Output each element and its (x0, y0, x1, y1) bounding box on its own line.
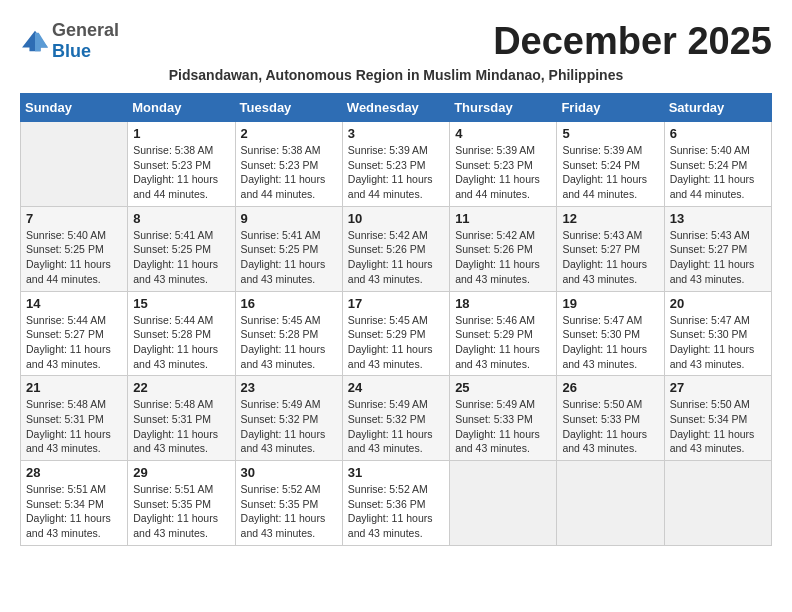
table-cell: 12Sunrise: 5:43 AM Sunset: 5:27 PM Dayli… (557, 206, 664, 291)
day-info: Sunrise: 5:49 AM Sunset: 5:32 PM Dayligh… (348, 397, 444, 456)
table-cell: 2Sunrise: 5:38 AM Sunset: 5:23 PM Daylig… (235, 122, 342, 207)
day-info: Sunrise: 5:41 AM Sunset: 5:25 PM Dayligh… (241, 228, 337, 287)
day-info: Sunrise: 5:45 AM Sunset: 5:28 PM Dayligh… (241, 313, 337, 372)
week-row-1: 1Sunrise: 5:38 AM Sunset: 5:23 PM Daylig… (21, 122, 772, 207)
table-cell: 14Sunrise: 5:44 AM Sunset: 5:27 PM Dayli… (21, 291, 128, 376)
day-number: 2 (241, 126, 337, 141)
header-row: Sunday Monday Tuesday Wednesday Thursday… (21, 94, 772, 122)
col-wednesday: Wednesday (342, 94, 449, 122)
day-number: 1 (133, 126, 229, 141)
day-number: 6 (670, 126, 766, 141)
logo-text: General Blue (52, 20, 119, 62)
header: General Blue December 2025 (20, 20, 772, 63)
day-info: Sunrise: 5:48 AM Sunset: 5:31 PM Dayligh… (133, 397, 229, 456)
table-cell: 13Sunrise: 5:43 AM Sunset: 5:27 PM Dayli… (664, 206, 771, 291)
table-cell: 18Sunrise: 5:46 AM Sunset: 5:29 PM Dayli… (450, 291, 557, 376)
table-cell: 19Sunrise: 5:47 AM Sunset: 5:30 PM Dayli… (557, 291, 664, 376)
table-cell (664, 461, 771, 546)
day-info: Sunrise: 5:39 AM Sunset: 5:24 PM Dayligh… (562, 143, 658, 202)
day-number: 7 (26, 211, 122, 226)
day-number: 24 (348, 380, 444, 395)
day-info: Sunrise: 5:52 AM Sunset: 5:35 PM Dayligh… (241, 482, 337, 541)
day-number: 26 (562, 380, 658, 395)
svg-marker-1 (35, 33, 48, 51)
day-number: 14 (26, 296, 122, 311)
table-cell (450, 461, 557, 546)
logo-general: General (52, 20, 119, 40)
day-info: Sunrise: 5:40 AM Sunset: 5:24 PM Dayligh… (670, 143, 766, 202)
table-cell: 29Sunrise: 5:51 AM Sunset: 5:35 PM Dayli… (128, 461, 235, 546)
day-info: Sunrise: 5:43 AM Sunset: 5:27 PM Dayligh… (562, 228, 658, 287)
table-cell: 5Sunrise: 5:39 AM Sunset: 5:24 PM Daylig… (557, 122, 664, 207)
day-number: 9 (241, 211, 337, 226)
table-cell: 26Sunrise: 5:50 AM Sunset: 5:33 PM Dayli… (557, 376, 664, 461)
logo-icon (20, 29, 50, 53)
table-cell: 28Sunrise: 5:51 AM Sunset: 5:34 PM Dayli… (21, 461, 128, 546)
table-cell: 30Sunrise: 5:52 AM Sunset: 5:35 PM Dayli… (235, 461, 342, 546)
table-cell: 25Sunrise: 5:49 AM Sunset: 5:33 PM Dayli… (450, 376, 557, 461)
table-cell: 7Sunrise: 5:40 AM Sunset: 5:25 PM Daylig… (21, 206, 128, 291)
day-info: Sunrise: 5:47 AM Sunset: 5:30 PM Dayligh… (670, 313, 766, 372)
day-info: Sunrise: 5:44 AM Sunset: 5:28 PM Dayligh… (133, 313, 229, 372)
col-saturday: Saturday (664, 94, 771, 122)
day-number: 3 (348, 126, 444, 141)
day-info: Sunrise: 5:46 AM Sunset: 5:29 PM Dayligh… (455, 313, 551, 372)
day-info: Sunrise: 5:39 AM Sunset: 5:23 PM Dayligh… (348, 143, 444, 202)
col-monday: Monday (128, 94, 235, 122)
table-cell: 6Sunrise: 5:40 AM Sunset: 5:24 PM Daylig… (664, 122, 771, 207)
table-cell (557, 461, 664, 546)
logo: General Blue (20, 20, 119, 62)
day-info: Sunrise: 5:52 AM Sunset: 5:36 PM Dayligh… (348, 482, 444, 541)
day-number: 31 (348, 465, 444, 480)
day-number: 30 (241, 465, 337, 480)
col-tuesday: Tuesday (235, 94, 342, 122)
table-cell: 15Sunrise: 5:44 AM Sunset: 5:28 PM Dayli… (128, 291, 235, 376)
day-info: Sunrise: 5:47 AM Sunset: 5:30 PM Dayligh… (562, 313, 658, 372)
subtitle: Pidsandawan, Autonomous Region in Muslim… (20, 67, 772, 83)
day-info: Sunrise: 5:40 AM Sunset: 5:25 PM Dayligh… (26, 228, 122, 287)
table-cell: 16Sunrise: 5:45 AM Sunset: 5:28 PM Dayli… (235, 291, 342, 376)
day-info: Sunrise: 5:49 AM Sunset: 5:32 PM Dayligh… (241, 397, 337, 456)
table-cell: 10Sunrise: 5:42 AM Sunset: 5:26 PM Dayli… (342, 206, 449, 291)
day-info: Sunrise: 5:45 AM Sunset: 5:29 PM Dayligh… (348, 313, 444, 372)
day-number: 18 (455, 296, 551, 311)
week-row-3: 14Sunrise: 5:44 AM Sunset: 5:27 PM Dayli… (21, 291, 772, 376)
day-info: Sunrise: 5:43 AM Sunset: 5:27 PM Dayligh… (670, 228, 766, 287)
table-cell: 24Sunrise: 5:49 AM Sunset: 5:32 PM Dayli… (342, 376, 449, 461)
table-cell: 11Sunrise: 5:42 AM Sunset: 5:26 PM Dayli… (450, 206, 557, 291)
day-number: 12 (562, 211, 658, 226)
day-number: 11 (455, 211, 551, 226)
day-number: 4 (455, 126, 551, 141)
table-cell: 3Sunrise: 5:39 AM Sunset: 5:23 PM Daylig… (342, 122, 449, 207)
day-info: Sunrise: 5:38 AM Sunset: 5:23 PM Dayligh… (241, 143, 337, 202)
table-cell: 4Sunrise: 5:39 AM Sunset: 5:23 PM Daylig… (450, 122, 557, 207)
day-info: Sunrise: 5:50 AM Sunset: 5:34 PM Dayligh… (670, 397, 766, 456)
calendar-table: Sunday Monday Tuesday Wednesday Thursday… (20, 93, 772, 546)
day-info: Sunrise: 5:50 AM Sunset: 5:33 PM Dayligh… (562, 397, 658, 456)
logo-blue: Blue (52, 41, 91, 61)
table-cell: 1Sunrise: 5:38 AM Sunset: 5:23 PM Daylig… (128, 122, 235, 207)
week-row-4: 21Sunrise: 5:48 AM Sunset: 5:31 PM Dayli… (21, 376, 772, 461)
table-cell: 8Sunrise: 5:41 AM Sunset: 5:25 PM Daylig… (128, 206, 235, 291)
table-cell: 17Sunrise: 5:45 AM Sunset: 5:29 PM Dayli… (342, 291, 449, 376)
day-number: 5 (562, 126, 658, 141)
table-cell: 31Sunrise: 5:52 AM Sunset: 5:36 PM Dayli… (342, 461, 449, 546)
month-title: December 2025 (493, 20, 772, 63)
week-row-2: 7Sunrise: 5:40 AM Sunset: 5:25 PM Daylig… (21, 206, 772, 291)
page-container: General Blue December 2025 Pidsandawan, … (20, 20, 772, 546)
day-info: Sunrise: 5:42 AM Sunset: 5:26 PM Dayligh… (455, 228, 551, 287)
day-number: 28 (26, 465, 122, 480)
table-cell: 27Sunrise: 5:50 AM Sunset: 5:34 PM Dayli… (664, 376, 771, 461)
col-sunday: Sunday (21, 94, 128, 122)
col-friday: Friday (557, 94, 664, 122)
col-thursday: Thursday (450, 94, 557, 122)
day-number: 19 (562, 296, 658, 311)
table-cell: 23Sunrise: 5:49 AM Sunset: 5:32 PM Dayli… (235, 376, 342, 461)
table-cell: 9Sunrise: 5:41 AM Sunset: 5:25 PM Daylig… (235, 206, 342, 291)
week-row-5: 28Sunrise: 5:51 AM Sunset: 5:34 PM Dayli… (21, 461, 772, 546)
day-info: Sunrise: 5:38 AM Sunset: 5:23 PM Dayligh… (133, 143, 229, 202)
day-number: 22 (133, 380, 229, 395)
day-number: 29 (133, 465, 229, 480)
day-info: Sunrise: 5:48 AM Sunset: 5:31 PM Dayligh… (26, 397, 122, 456)
day-info: Sunrise: 5:42 AM Sunset: 5:26 PM Dayligh… (348, 228, 444, 287)
